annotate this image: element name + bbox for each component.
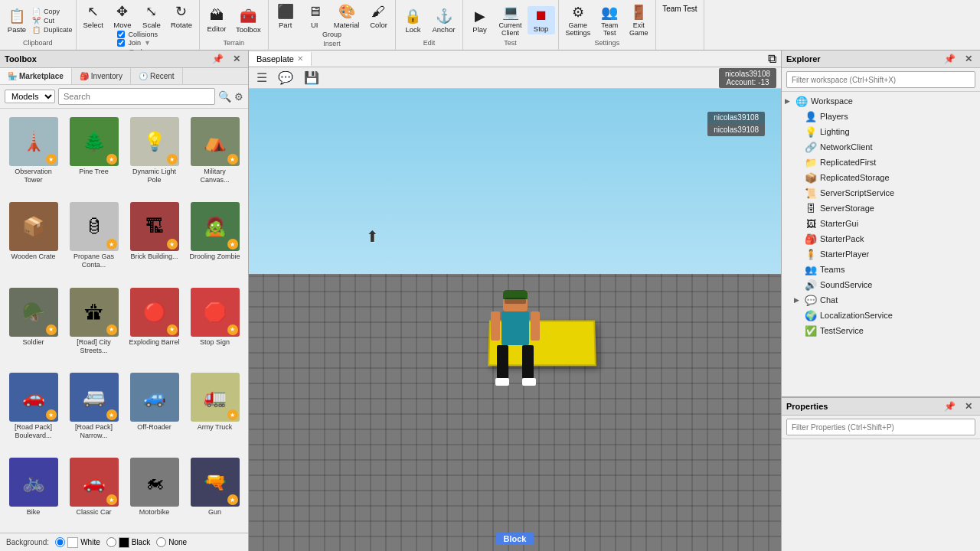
explorer-close-button[interactable]: ✕ [962, 53, 975, 65]
username-badge: nicolas39108 nicolas39108 [707, 112, 765, 136]
tab-inventory[interactable]: 🎒 Inventory [72, 68, 131, 84]
tree-item-soundservice[interactable]: 🔊SoundService [782, 277, 980, 292]
toolbox-item-19[interactable]: 🔫★Gun [186, 454, 243, 528]
tree-expand-0[interactable]: ▶ [785, 97, 795, 105]
toolbox-pin-button[interactable]: 📌 [209, 53, 227, 65]
tree-item-workspace[interactable]: ▶🌐Workspace [782, 93, 980, 109]
play-button[interactable]: ▶ Play [466, 6, 494, 35]
toolbox-item-11[interactable]: 🛑★Stop Sign [186, 284, 243, 366]
search-button[interactable]: 🔍 [218, 90, 231, 103]
toolbox-item-3[interactable]: ⛺★Military Canvas... [186, 113, 243, 195]
bg-none-option[interactable]: None [156, 537, 187, 547]
viewport-maximize-button[interactable]: ⧉ [763, 52, 781, 66]
tree-item-startergui[interactable]: 🖼StarterGui [782, 216, 980, 231]
properties-filter [782, 416, 980, 439]
tree-item-lighting[interactable]: 💡Lighting [782, 124, 980, 139]
models-select[interactable]: Models [5, 90, 55, 103]
color-button[interactable]: 🖌 Color [364, 2, 392, 31]
duplicate-label[interactable]: Duplicate [44, 26, 73, 34]
current-client-button[interactable]: 💻 CurrentClient [495, 2, 526, 38]
toolbox-item-4[interactable]: 📦Wooden Crate [5, 198, 62, 280]
explorer-filter-input[interactable] [786, 71, 975, 88]
properties-filter-input[interactable] [786, 419, 975, 435]
toolbox-item-16[interactable]: 🚲Bike [5, 454, 62, 528]
toolbox-item-13[interactable]: 🚐★[Road Pack] Narrow... [65, 369, 122, 451]
toolbox-item-15[interactable]: 🚛★Army Truck [186, 369, 243, 451]
tree-item-chat[interactable]: ▶💬Chat [782, 292, 980, 308]
tree-item-networkclient[interactable]: 🔗NetworkClient [782, 139, 980, 155]
hamburger-button[interactable]: ☰ [253, 69, 270, 86]
ui-button[interactable]: 🖥 UI [301, 2, 328, 31]
toolbox-item-7[interactable]: 🧟★Drooling Zombie [186, 198, 243, 280]
toolbox-item-17[interactable]: 🚗★Classic Car [65, 454, 122, 528]
toolbox-item-18[interactable]: 🏍Motorbike [126, 454, 183, 528]
explorer-top: Explorer 📌 ✕ ▶🌐Workspace👤Players💡Lightin… [782, 51, 980, 398]
save-button[interactable]: 💾 [301, 69, 322, 86]
viewport-canvas[interactable]: ⬆ nicolas39108 nicolas39108 Block [249, 89, 781, 551]
toolbox-item-0[interactable]: 🗼★Observation Tower [5, 113, 62, 195]
team-test-button[interactable]: 👥 TeamTest [596, 2, 623, 38]
explorer-pin-button[interactable]: 📌 [941, 53, 959, 65]
tree-item-starterpack[interactable]: 🎒StarterPack [782, 231, 980, 246]
toolbox-item-5[interactable]: 🛢★Propane Gas Conta... [65, 198, 122, 280]
viewport-tab-close[interactable]: ✕ [297, 54, 303, 63]
bg-black-radio[interactable] [106, 537, 116, 547]
properties-pin-button[interactable]: 📌 [941, 400, 959, 412]
char-head [503, 290, 528, 311]
stop-button[interactable]: ⏹ Stop [528, 6, 555, 34]
tree-label-9: StarterPack [820, 234, 864, 243]
toolbox-item-6[interactable]: 🏗★Brick Building... [126, 198, 183, 280]
tree-item-serverscriptservice[interactable]: 📜ServerScriptService [782, 185, 980, 201]
exit-game-button[interactable]: 🚪 ExitGame [625, 2, 652, 38]
join-dropdown[interactable]: ▼ [144, 39, 151, 47]
rotate-button[interactable]: ↻ Rotate [167, 2, 196, 31]
collisions-checkbox[interactable] [117, 31, 125, 38]
chat-button[interactable]: 💬 [275, 69, 296, 86]
group-label[interactable]: Group [322, 31, 341, 38]
toolbox-item-2[interactable]: 💡★Dynamic Light Pole [126, 113, 183, 195]
game-settings-button[interactable]: ⚙ GameSettings [562, 2, 595, 38]
editor-button[interactable]: 🏔 Editor [203, 6, 230, 34]
material-button[interactable]: 🎨 Material [330, 2, 364, 31]
toolbox-item-9[interactable]: 🛣★[Road] City Streets... [65, 284, 122, 366]
part-button[interactable]: ⬛ Part [272, 2, 299, 31]
select-button[interactable]: ↖ Select [80, 2, 107, 31]
toolbox-item-1[interactable]: 🌲★Pine Tree [65, 113, 122, 195]
paste-button[interactable]: 📋 Paste [3, 6, 31, 35]
tree-item-replicatedfirst[interactable]: 📁ReplicatedFirst [782, 155, 980, 170]
tree-item-players[interactable]: 👤Players [782, 109, 980, 124]
properties-close-button[interactable]: ✕ [962, 400, 975, 412]
toolbox-item-10[interactable]: 🔴★Exploding Barrel [126, 284, 183, 366]
bg-white-option[interactable]: White [55, 537, 100, 548]
tree-item-teams[interactable]: 👥Teams [782, 262, 980, 277]
anchor-button[interactable]: ⚓ Anchor [428, 6, 459, 35]
viewport-tab-baseplate[interactable]: Baseplate ✕ [249, 52, 312, 66]
toolbox-close-button[interactable]: ✕ [230, 53, 243, 65]
scale-button[interactable]: ⤡ Scale [138, 2, 165, 31]
tree-item-localizationservice[interactable]: 🌍LocalizationService [782, 308, 980, 323]
tree-item-testservice[interactable]: ✅TestService [782, 323, 980, 338]
search-input[interactable] [58, 88, 215, 105]
toolbox-item-12[interactable]: 🚗★[Road Pack] Boulevard... [5, 369, 62, 451]
scale-icon: ⤡ [145, 3, 157, 20]
copy-label[interactable]: Copy [44, 8, 60, 15]
tab-marketplace[interactable]: 🏪 Marketplace [0, 68, 72, 84]
move-button[interactable]: ✥ Move [109, 2, 136, 31]
bg-black-option[interactable]: Black [106, 537, 150, 548]
tab-recent[interactable]: 🕐 Recent [131, 68, 183, 84]
toolbox-item-8[interactable]: 🪖★Soldier [5, 284, 62, 366]
join-checkbox[interactable] [117, 39, 125, 47]
bg-none-radio[interactable] [156, 537, 166, 547]
lock-button[interactable]: 🔒 Lock [399, 6, 426, 35]
tree-item-replicatedstorage[interactable]: 📦ReplicatedStorage [782, 170, 980, 185]
tree-item-serverstorage[interactable]: 🗄ServerStorage [782, 201, 980, 216]
tree-expand-13[interactable]: ▶ [794, 296, 805, 304]
test-row: ▶ Play 💻 CurrentClient ⏹ Stop [466, 2, 555, 39]
toolbox-button[interactable]: 🧰 Toolbox [232, 6, 265, 35]
toolbox-item-14[interactable]: 🚙Off-Roader [126, 369, 183, 451]
tree-item-starterplayer[interactable]: 🧍StarterPlayer [782, 246, 980, 262]
bg-white-radio[interactable] [55, 537, 65, 547]
cut-label[interactable]: Cut [44, 17, 54, 24]
filter-button[interactable]: ⚙ [234, 91, 243, 103]
toolbox-item-label-0: Observation Tower [7, 168, 60, 184]
